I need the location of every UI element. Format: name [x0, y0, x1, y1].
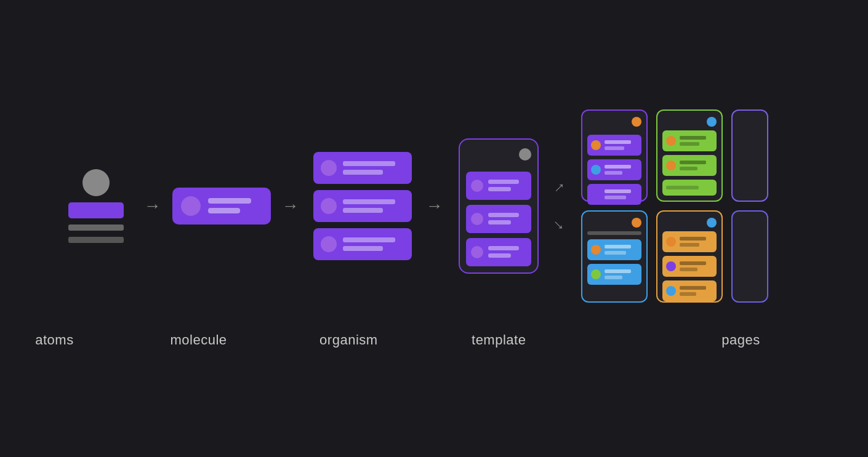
org-lines-3 [343, 237, 404, 251]
pcr-line-p2a [605, 165, 631, 169]
pcr-line-o2a [680, 261, 706, 265]
atomic-design-diagram: → → [0, 109, 868, 348]
stage-organism [310, 152, 415, 260]
org-line-3b [343, 246, 383, 251]
page-top-green [662, 117, 717, 127]
page-card-orange [656, 210, 723, 303]
pcr-line-p1a [605, 140, 631, 144]
page-avatar-orange [707, 218, 717, 228]
pcr-lines-p2 [605, 165, 638, 175]
pcr-circle-g2 [666, 161, 676, 170]
page-card-partial-bottom [731, 210, 768, 303]
page-row-orange-3 [662, 280, 717, 301]
pcr-lines-b2 [605, 269, 638, 279]
pcr-line-p3b [605, 196, 626, 199]
page-row-green-2 [662, 155, 717, 176]
branch-arrow-down: → [546, 212, 571, 237]
stage-template [454, 138, 544, 274]
page-row-purple-1 [587, 135, 641, 156]
branch-arrow-up: → [546, 175, 571, 199]
atom-line2 [68, 237, 124, 243]
pcr-circle-o1 [666, 237, 676, 247]
pcr-circle-g1 [666, 136, 676, 146]
page-card-partial-top [731, 109, 768, 202]
page-row-purple-2 [587, 159, 641, 180]
org-line-3a [343, 237, 395, 242]
page-avatar-purple [632, 117, 641, 127]
mol-line-2 [208, 208, 241, 213]
pcr-lines-p3 [605, 189, 638, 199]
organism-visual [313, 152, 412, 260]
org-row-1 [313, 152, 412, 184]
pcr-lines-o2 [680, 261, 713, 271]
org-circle-2 [321, 198, 337, 214]
tmpl-row-circle-1 [471, 180, 483, 192]
page-avatar-blue [632, 218, 641, 228]
page-row-orange-1 [662, 231, 717, 252]
labels-row: atoms molecule organism template pages [0, 332, 868, 348]
pcr-lines-g1 [680, 136, 713, 146]
tmpl-row-circle-2 [471, 213, 483, 225]
pcr-line-g1a [680, 136, 706, 140]
atom-line1 [68, 225, 124, 231]
org-lines-1 [343, 161, 404, 175]
label-atoms: atoms [0, 332, 109, 348]
label-organism: organism [288, 332, 409, 348]
atom-circle [82, 169, 110, 196]
page-card-purple [581, 109, 648, 202]
pcr-line-o3a [680, 286, 706, 290]
pcr-lines-p1 [605, 140, 638, 150]
pcr-line-b1b [605, 251, 626, 255]
pcr-line-g2b [680, 167, 698, 170]
pcr-circle-p2 [591, 165, 601, 175]
org-line-1a [343, 161, 395, 166]
org-line-2b [343, 208, 383, 213]
tmpl-row-circle-3 [471, 246, 483, 258]
pcr-circle-p3 [591, 189, 601, 199]
org-lines-2 [343, 199, 404, 213]
arrow-molecule-to-organism: → [282, 196, 299, 216]
pcr-lines-o1 [680, 237, 713, 247]
pcr-lines-o3 [680, 286, 713, 296]
pcr-line-o1a [680, 237, 706, 240]
visual-row: → → [0, 109, 868, 303]
tmpl-row-lines-2 [488, 213, 526, 225]
pcr-circle-b2 [591, 269, 601, 279]
pcr-lines-g2 [680, 161, 713, 170]
page-top-orange [662, 218, 717, 228]
page-row-purple-3 [587, 184, 641, 205]
tmpl-row-2 [466, 205, 531, 233]
label-molecule: molecule [138, 332, 259, 348]
org-circle-1 [321, 160, 337, 176]
pcr-line-o2b [680, 268, 698, 271]
page-rows-orange [662, 231, 717, 301]
tmpl-row-lines-3 [488, 246, 526, 258]
tmpl-avatar [519, 148, 531, 161]
tmpl-line-3a [488, 246, 519, 250]
stage-molecule [172, 188, 271, 225]
mol-line-1 [208, 198, 251, 204]
page-row-green-3 [662, 180, 717, 196]
mol-circle [181, 196, 201, 216]
pcr-line-o3b [680, 292, 696, 296]
pcr-circle-p1 [591, 140, 601, 150]
pcr-line-o1b [680, 243, 699, 247]
pcr-circle-b1 [591, 245, 601, 255]
page-row-orange-2 [662, 256, 717, 277]
stage-atoms [59, 169, 133, 243]
page-rows-purple [587, 135, 641, 205]
tmpl-row-3 [466, 238, 531, 266]
pcr-lines-b1 [605, 245, 638, 255]
page-row-blue-2 [587, 264, 641, 285]
atoms-visual [65, 169, 127, 243]
pcr-circle-o3 [666, 286, 676, 296]
tmpl-line-2b [488, 220, 511, 225]
pcr-line-b2b [605, 276, 623, 279]
tmpl-rows [466, 172, 531, 266]
page-top-purple [587, 117, 641, 127]
pcr-line-g1b [680, 142, 699, 146]
arrows-to-pages: → → [551, 178, 562, 234]
template-visual [459, 138, 539, 274]
arrow-organism-to-template: → [426, 196, 443, 216]
pcr-line-p3a [605, 189, 631, 193]
